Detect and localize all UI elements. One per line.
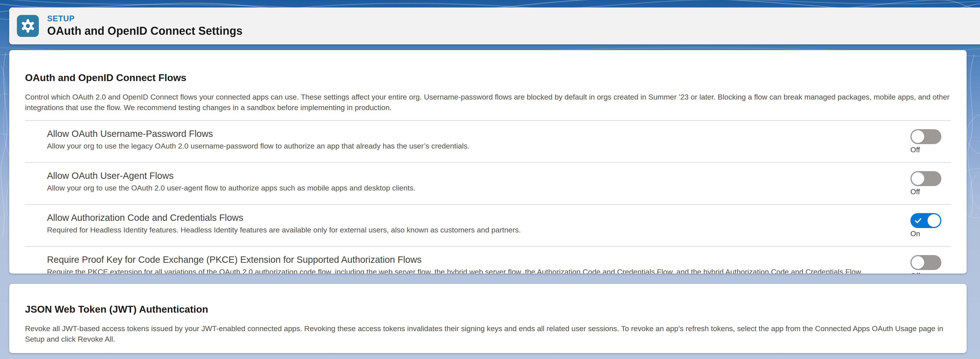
toggle-auth-code-credentials-flows[interactable] xyxy=(910,213,941,228)
setting-title: Allow OAuth Username-Password Flows xyxy=(47,128,469,139)
header-text: SETUP OAuth and OpenID Connect Settings xyxy=(47,15,243,37)
toggle-knob xyxy=(912,172,924,185)
flows-card-description: Control which OAuth 2.0 and OpenID Conne… xyxy=(25,92,951,113)
toggle-wrap: On xyxy=(910,213,941,237)
setting-text: Allow OAuth Username-Password Flows Allo… xyxy=(47,128,469,150)
toggle-state-label: On xyxy=(910,230,941,237)
setting-row-require-pkce: Require Proof Key for Code Exchange (PKC… xyxy=(25,246,951,274)
toggle-state-label: Off xyxy=(910,188,941,195)
setting-text: Allow Authorization Code and Credentials… xyxy=(47,212,521,234)
settings-rows: Allow OAuth Username-Password Flows Allo… xyxy=(25,120,951,274)
toggle-knob xyxy=(912,130,924,143)
page-title: OAuth and OpenID Connect Settings xyxy=(47,25,243,37)
gear-icon xyxy=(21,19,35,33)
setting-description: Allow your org to use the legacy OAuth 2… xyxy=(47,142,469,150)
toggle-state-label: Off xyxy=(910,146,941,153)
setting-title: Require Proof Key for Code Exchange (PKC… xyxy=(47,254,863,265)
flows-card-heading: OAuth and OpenID Connect Flows xyxy=(25,72,951,83)
setting-description: Required for Headless Identity features.… xyxy=(47,225,521,234)
setting-title: Allow OAuth User-Agent Flows xyxy=(47,170,415,181)
toggle-knob xyxy=(928,214,940,227)
setting-row-auth-code-credentials-flows: Allow Authorization Code and Credentials… xyxy=(25,204,951,246)
setting-row-user-agent-flows: Allow OAuth User-Agent Flows Allow your … xyxy=(25,162,951,204)
jwt-authentication-card: JSON Web Token (JWT) Authentication Revo… xyxy=(9,284,967,353)
toggle-user-agent-flows[interactable] xyxy=(910,171,941,186)
setting-description: Require the PKCE extension for all varia… xyxy=(47,267,863,274)
toggle-knob xyxy=(912,256,924,269)
setting-text: Allow OAuth User-Agent Flows Allow your … xyxy=(47,170,415,192)
page-header: SETUP OAuth and OpenID Connect Settings xyxy=(9,8,980,45)
toggle-username-password-flows[interactable] xyxy=(910,129,941,144)
toggle-wrap: Off xyxy=(910,255,941,274)
toggle-wrap: Off xyxy=(910,129,941,153)
breadcrumb-setup: SETUP xyxy=(47,15,243,22)
toggle-wrap: Off xyxy=(910,171,941,195)
toggle-state-label: Off xyxy=(910,272,941,274)
jwt-card-description: Revoke all JWT-based access tokens issue… xyxy=(25,323,951,344)
setting-title: Allow Authorization Code and Credentials… xyxy=(47,212,521,223)
setting-text: Require Proof Key for Code Exchange (PKC… xyxy=(47,254,863,274)
setting-row-username-password-flows: Allow OAuth Username-Password Flows Allo… xyxy=(25,120,951,162)
setting-description: Allow your org to use the OAuth 2.0 user… xyxy=(47,183,415,192)
oauth-flows-card: OAuth and OpenID Connect Flows Control w… xyxy=(9,50,967,274)
check-icon xyxy=(914,217,922,225)
jwt-card-heading: JSON Web Token (JWT) Authentication xyxy=(25,304,951,315)
setup-tile xyxy=(17,15,39,37)
toggle-require-pkce[interactable] xyxy=(910,255,941,270)
